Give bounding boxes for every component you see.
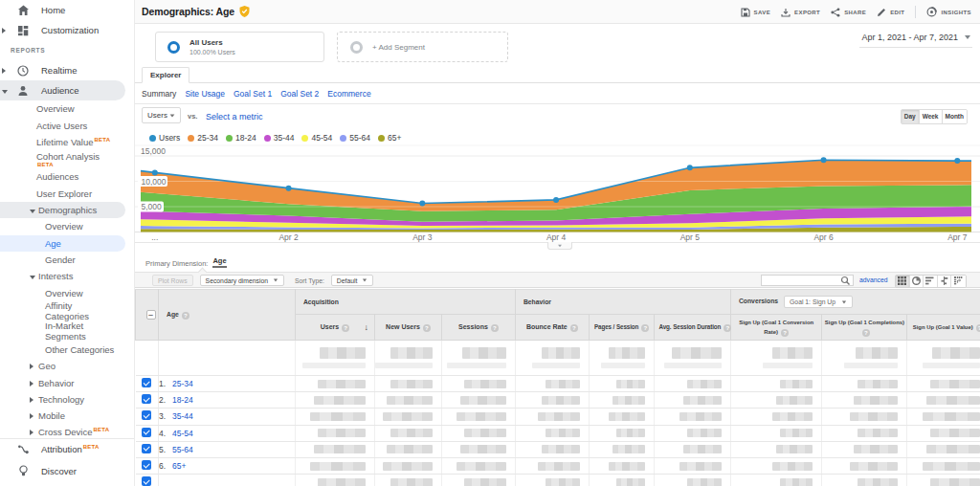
sidebar-item-mobile[interactable]: Mobile: [0, 408, 134, 424]
sidebar-item-realtime[interactable]: Realtime: [0, 60, 134, 80]
share-button[interactable]: SHARE: [831, 8, 866, 17]
primary-dimension-age[interactable]: Age: [212, 256, 226, 268]
legend-item-35-44[interactable]: 35-44: [264, 133, 295, 143]
metric-cell: [730, 409, 822, 425]
export-button[interactable]: EXPORT: [781, 8, 820, 17]
select-all-checkbox[interactable]: –: [146, 310, 156, 320]
column-header-sessions[interactable]: Sessions?: [441, 315, 515, 341]
age-link[interactable]: 35-44: [172, 411, 193, 421]
goal-select[interactable]: Goal 1: Sign Up: [784, 296, 853, 308]
legend-item-45-54[interactable]: 45-54: [301, 133, 332, 143]
edit-button[interactable]: EDIT: [877, 8, 904, 17]
legend-item-users[interactable]: Users: [149, 133, 180, 143]
select-a-metric-link[interactable]: Select a metric: [206, 112, 263, 122]
granularity-day[interactable]: Day: [902, 110, 920, 123]
sidebar-item-home[interactable]: Home: [0, 0, 134, 20]
row-checkbox[interactable]: [142, 410, 151, 420]
add-segment-button[interactable]: + Add Segment: [337, 32, 508, 62]
legend-item-65-[interactable]: 65+: [378, 133, 401, 143]
legend-item-25-34[interactable]: 25-34: [188, 133, 218, 143]
metric-select[interactable]: Users: [142, 107, 181, 123]
granularity-month[interactable]: Month: [943, 110, 968, 123]
subtab-goal-set-2[interactable]: Goal Set 2: [280, 89, 319, 99]
table-row: 3.35-44: [136, 409, 980, 425]
sidebar-item-affinity-categories[interactable]: Affinity Categories: [0, 301, 134, 321]
sidebar-item-overview[interactable]: Overview: [0, 285, 134, 301]
chart-collapse-button[interactable]: [547, 242, 572, 250]
subtab-goal-set-1[interactable]: Goal Set 1: [234, 89, 272, 99]
subtab-summary[interactable]: Summary: [142, 89, 176, 99]
metric-cell: [907, 457, 980, 474]
column-header-users[interactable]: Users?↓: [295, 315, 374, 341]
sidebar-item-discover[interactable]: Discover: [0, 460, 134, 481]
sidebar-item-gender[interactable]: Gender: [0, 252, 134, 268]
add-segment-ring-icon: [350, 41, 363, 54]
age-link[interactable]: 25-34: [172, 379, 193, 388]
column-header-sign-up-goal-1-conversion-rate-[interactable]: Sign Up (Goal 1 Conversion Rate)?: [730, 315, 822, 341]
age-link[interactable]: 18-24: [172, 395, 193, 405]
sidebar-item-age[interactable]: Age: [0, 235, 125, 252]
row-checkbox[interactable]: [142, 444, 151, 453]
column-header-sign-up-goal-1-value-[interactable]: Sign Up (Goal 1 Value)?: [907, 315, 980, 341]
row-checkbox[interactable]: [142, 428, 151, 437]
column-header-new-users[interactable]: New Users?: [374, 315, 441, 341]
sidebar-item-behavior[interactable]: Behavior: [0, 374, 134, 390]
legend-item-18-24[interactable]: 18-24: [226, 133, 256, 143]
age-link[interactable]: 65+: [172, 461, 186, 471]
view-toggle-group: [895, 275, 967, 288]
redacted-value: [538, 412, 580, 421]
sidebar-item-active-users[interactable]: Active Users: [0, 117, 134, 133]
sidebar-item-label: In-Market Segments: [45, 320, 99, 342]
performance-view-button[interactable]: [924, 276, 938, 287]
table-search-input[interactable]: [762, 276, 840, 285]
granularity-week[interactable]: Week: [920, 110, 943, 123]
sidebar-item-interests[interactable]: Interests: [0, 268, 134, 284]
sidebar-item-lifetime-value[interactable]: Lifetime ValueBETA: [0, 134, 134, 150]
sidebar-item-overview[interactable]: Overview: [0, 218, 134, 234]
column-header-sign-up-goal-1-completions-[interactable]: Sign Up (Goal 1 Completions)?: [822, 315, 907, 341]
column-header-bounce-rate[interactable]: Bounce Rate?: [515, 315, 589, 341]
pivot-view-button[interactable]: [951, 276, 966, 287]
sidebar-item-audiences[interactable]: Audiences: [0, 168, 134, 185]
insights-button[interactable]: INSIGHTS: [926, 7, 971, 17]
sidebar-item-in-market-segments[interactable]: In-Market Segments: [0, 321, 134, 342]
sidebar-item-user-explorer[interactable]: User Explorer: [0, 186, 134, 202]
row-checkbox[interactable]: [142, 378, 151, 387]
column-header-pages-session[interactable]: Pages / Session?: [589, 315, 655, 341]
tab-explorer[interactable]: Explorer: [142, 67, 189, 83]
sidebar-item-geo[interactable]: Geo: [0, 358, 134, 374]
age-link[interactable]: 45-54: [172, 429, 193, 438]
table-view-button[interactable]: [896, 276, 910, 287]
save-button[interactable]: SAVE: [741, 8, 771, 17]
date-range-picker[interactable]: Apr 1, 2021 - Apr 7, 2021: [859, 31, 972, 48]
subtab-site-usage[interactable]: Site Usage: [185, 89, 225, 99]
sidebar-item-technology[interactable]: Technology: [0, 391, 134, 408]
sort-type-select[interactable]: Default: [331, 275, 374, 286]
row-checkbox[interactable]: [142, 394, 151, 404]
sidebar-item-overview[interactable]: Overview: [0, 100, 134, 117]
redacted-value: [462, 347, 506, 359]
sidebar-item-other-categories[interactable]: Other Categories: [0, 342, 134, 358]
sidebar-item-customization[interactable]: Customization: [0, 20, 134, 40]
segment-all-users[interactable]: All Users 100.00% Users: [155, 32, 324, 62]
percentage-view-button[interactable]: [910, 276, 924, 287]
sidebar-item-demographics[interactable]: Demographics: [0, 202, 125, 218]
plot-rows-button[interactable]: Plot Rows: [152, 275, 193, 286]
sidebar-item-audience[interactable]: Audience: [0, 80, 125, 100]
row-checkbox[interactable]: [142, 460, 151, 470]
comparison-view-button[interactable]: [938, 276, 952, 287]
table-controls: Plot Rows Secondary dimension Sort Type:…: [152, 275, 373, 286]
secondary-dimension-button[interactable]: Secondary dimension: [200, 275, 284, 286]
sidebar-item-cohort-analysis[interactable]: Cohort AnalysisBETA: [0, 150, 134, 168]
row-checkbox[interactable]: [142, 476, 151, 486]
legend-item-55-64[interactable]: 55-64: [340, 133, 370, 143]
column-header-avg-session-duration[interactable]: Avg. Session Duration?: [655, 315, 730, 341]
sidebar-item-label: Cohort AnalysisBETA: [36, 152, 100, 167]
column-header-age[interactable]: Age?: [159, 290, 296, 341]
sidebar-item-attribution[interactable]: AttributionBETA: [0, 439, 134, 460]
subtab-ecommerce[interactable]: Ecommerce: [327, 89, 370, 99]
advanced-search-link[interactable]: advanced: [859, 276, 887, 283]
age-link[interactable]: 55-64: [172, 445, 193, 454]
search-icon[interactable]: [840, 276, 851, 286]
redacted-value: [609, 412, 645, 421]
